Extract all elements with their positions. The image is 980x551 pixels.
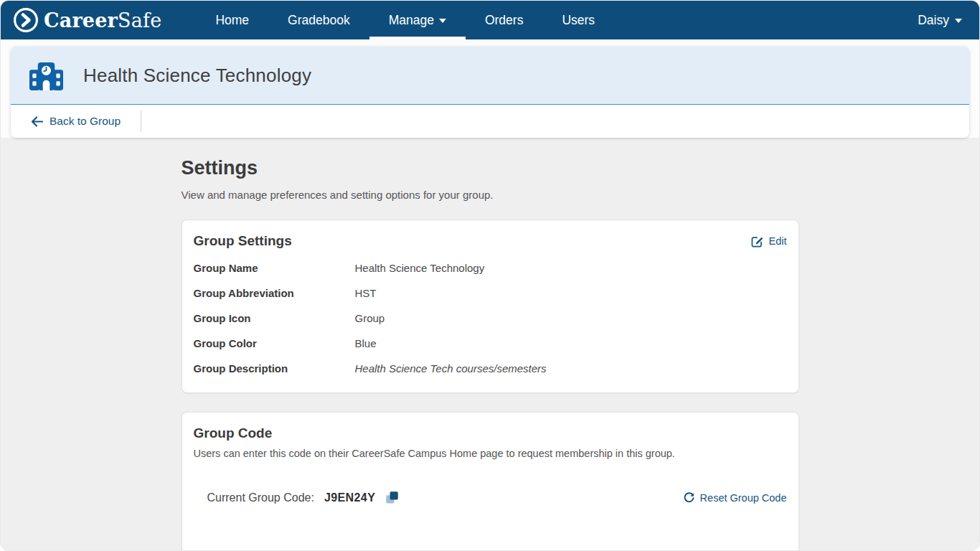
nav-item-label: Orders <box>485 13 523 28</box>
nav-item-gradebook[interactable]: Gradebook <box>268 1 369 39</box>
group-code-row: Current Group Code: J9EN24Y <box>194 488 787 507</box>
reset-group-code-button[interactable]: Reset Group Code <box>683 491 787 504</box>
nav-item-label: Home <box>215 13 249 28</box>
nav-item-users[interactable]: Users <box>542 1 614 39</box>
brand-text: CareerSafe <box>44 9 161 32</box>
app-window: CareerSafe Home Gradebook Manage Orders … <box>0 0 980 551</box>
copy-icon <box>385 491 399 504</box>
group-code-description: Users can enter this code on their Caree… <box>194 448 787 459</box>
reset-group-code-label: Reset Group Code <box>700 492 787 504</box>
page-subtitle: View and manage preferences and setting … <box>182 189 799 201</box>
group-header-card: Health Science Technology Back to Group <box>11 47 969 138</box>
school-building-icon <box>29 61 63 90</box>
nav-item-manage[interactable]: Manage <box>369 1 466 39</box>
brand-text-light: Safe <box>118 9 161 32</box>
nav-item-home[interactable]: Home <box>196 1 268 39</box>
brand-text-bold: Career <box>44 9 118 32</box>
setting-row-group-name: Group Name Health Science Technology <box>194 260 787 276</box>
group-settings-title: Group Settings <box>194 233 292 249</box>
careersafe-logo-icon <box>14 8 38 32</box>
nav-item-label: Manage <box>389 13 434 28</box>
group-title: Health Science Technology <box>83 65 311 87</box>
group-settings-rows: Group Name Health Science Technology Gro… <box>194 260 787 377</box>
setting-row-group-description: Group Description Health Science Tech co… <box>194 361 787 377</box>
setting-value: Health Science Tech courses/semesters <box>355 361 547 377</box>
group-code-title: Group Code <box>194 425 787 441</box>
nav-menu: Home Gradebook Manage Orders Users <box>196 1 614 39</box>
group-settings-card: Group Settings Edit Group Name Health Sc… <box>182 220 799 393</box>
group-toolbar: Back to Group <box>11 105 969 138</box>
setting-row-group-icon: Group Icon Group <box>194 311 787 326</box>
copy-code-button[interactable] <box>385 491 399 507</box>
nav-item-label: Users <box>562 13 595 28</box>
current-group-code-label: Current Group Code: <box>207 491 314 504</box>
edit-button[interactable]: Edit <box>750 235 787 248</box>
group-code-value: J9EN24Y <box>324 491 375 504</box>
edit-label: Edit <box>769 235 787 247</box>
chevron-down-icon <box>955 19 962 23</box>
edit-pencil-icon <box>750 235 764 248</box>
user-menu-daisy[interactable]: Daisy <box>918 1 962 39</box>
reset-refresh-icon <box>683 491 695 504</box>
back-arrow-icon <box>31 116 43 127</box>
setting-value: Blue <box>355 336 377 352</box>
careersafe-logo[interactable]: CareerSafe <box>14 1 161 39</box>
setting-value: HST <box>355 286 377 301</box>
back-to-group-link[interactable]: Back to Group <box>11 105 141 138</box>
user-menu-label: Daisy <box>918 13 949 28</box>
setting-value: Health Science Technology <box>355 260 485 276</box>
back-to-group-label: Back to Group <box>50 115 121 128</box>
setting-value: Group <box>355 311 385 326</box>
nav-item-label: Gradebook <box>288 13 350 28</box>
page-title: Settings <box>182 157 799 179</box>
setting-row-group-abbreviation: Group Abbreviation HST <box>194 286 787 301</box>
setting-label: Group Color <box>194 336 355 352</box>
setting-label: Group Icon <box>194 311 355 326</box>
group-code-card: Group Code Users can enter this code on … <box>182 412 799 551</box>
top-navbar: CareerSafe Home Gradebook Manage Orders … <box>1 1 979 39</box>
main-content: Settings View and manage preferences and… <box>1 138 979 551</box>
setting-label: Group Name <box>194 260 355 276</box>
chevron-down-icon <box>439 19 446 23</box>
toolbar-divider <box>141 110 141 132</box>
setting-label: Group Abbreviation <box>194 286 355 301</box>
group-header-section: Health Science Technology Back to Group <box>1 39 979 138</box>
group-banner: Health Science Technology <box>11 47 969 105</box>
setting-label: Group Description <box>194 361 355 377</box>
setting-row-group-color: Group Color Blue <box>194 336 787 352</box>
nav-item-orders[interactable]: Orders <box>466 1 542 39</box>
